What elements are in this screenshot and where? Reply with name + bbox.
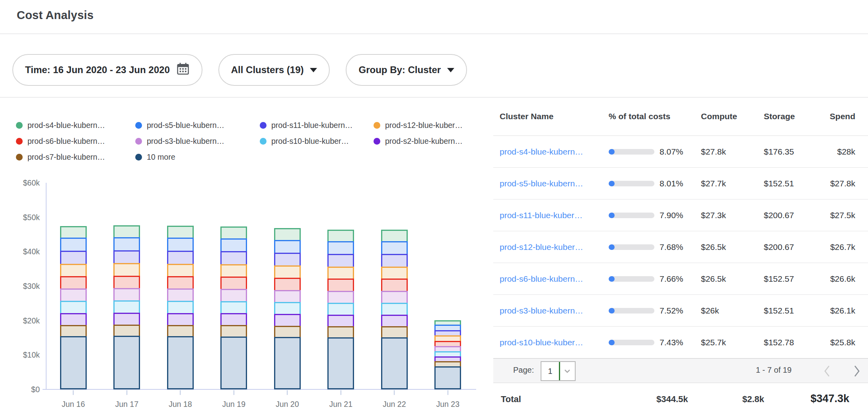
bar-segment[interactable] — [167, 251, 194, 265]
bar-segment[interactable] — [113, 237, 140, 252]
bar-segment[interactable] — [381, 230, 408, 242]
bar-segment[interactable] — [327, 279, 354, 292]
bar-segment[interactable] — [274, 253, 301, 267]
bar-segment[interactable] — [327, 241, 354, 255]
legend-item[interactable]: prod-s3-blue-kubern… — [135, 135, 260, 147]
stacked-bar[interactable] — [60, 226, 87, 390]
stacked-bar[interactable] — [381, 230, 408, 389]
bar-segment[interactable] — [113, 300, 140, 314]
bar-segment[interactable] — [220, 226, 247, 240]
stacked-bar[interactable] — [274, 228, 301, 389]
bar-segment[interactable] — [327, 267, 354, 280]
bar-segment[interactable] — [220, 251, 247, 265]
bar-segment[interactable] — [167, 336, 194, 389]
bar-segment[interactable] — [60, 313, 87, 326]
bar-segment[interactable] — [274, 314, 301, 327]
bar-segment[interactable] — [274, 337, 301, 389]
page-select[interactable]: 1 — [541, 361, 576, 381]
bar-segment[interactable] — [113, 325, 140, 337]
bar-segment[interactable] — [167, 226, 194, 239]
legend-item[interactable]: prod-s5-blue-kubern… — [135, 119, 260, 131]
bar-segment[interactable] — [220, 289, 247, 302]
legend-item[interactable]: prod-s7-blue-kubern… — [16, 151, 135, 163]
bar-segment[interactable] — [220, 264, 247, 278]
time-range-filter-button[interactable]: Time: 16 Jun 2020 - 23 Jun 2020 — [12, 54, 202, 86]
cluster-name-link[interactable]: prod-s3-blue-kubern… — [493, 306, 601, 315]
bar-segment[interactable] — [327, 326, 354, 339]
bar-segment[interactable] — [274, 265, 301, 279]
bar-segment[interactable] — [167, 264, 194, 277]
bar-segment[interactable] — [167, 313, 194, 326]
bar-segment[interactable] — [60, 336, 87, 389]
bar-segment[interactable] — [60, 276, 87, 290]
bar-segment[interactable] — [167, 276, 194, 290]
bar-segment[interactable] — [113, 225, 140, 238]
bar-segment[interactable] — [327, 315, 354, 327]
bar-segment[interactable] — [113, 263, 140, 277]
bar-segment[interactable] — [220, 277, 247, 290]
stacked-bar[interactable] — [434, 320, 461, 389]
bar-segment[interactable] — [60, 251, 87, 265]
bar-segment[interactable] — [60, 288, 87, 302]
legend-item[interactable]: prod-s11-blue-kubern… — [260, 119, 374, 131]
bar-segment[interactable] — [327, 254, 354, 268]
bar-segment[interactable] — [113, 250, 140, 265]
bar-segment[interactable] — [327, 303, 354, 316]
clusters-filter-dropdown[interactable]: All Clusters (19) — [218, 54, 330, 86]
bar-segment[interactable] — [220, 238, 247, 253]
bar-segment[interactable] — [274, 228, 301, 241]
cluster-name-link[interactable]: prod-s4-blue-kubern… — [493, 147, 601, 157]
bar-segment[interactable] — [220, 337, 247, 389]
bar-segment[interactable] — [60, 238, 87, 252]
bar-segment[interactable] — [60, 264, 87, 277]
bar-segment[interactable] — [327, 230, 354, 242]
bar-segment[interactable] — [220, 301, 247, 314]
bar-segment[interactable] — [381, 326, 408, 339]
bar-segment[interactable] — [381, 267, 408, 280]
bar-segment[interactable] — [167, 288, 194, 302]
bar-segment[interactable] — [167, 238, 194, 252]
legend-item[interactable]: prod-s2-blue-kubern… — [374, 135, 463, 147]
bar-segment[interactable] — [381, 291, 408, 304]
bar-segment[interactable] — [381, 241, 408, 255]
stacked-bar[interactable] — [327, 230, 354, 389]
bar-segment[interactable] — [381, 254, 408, 268]
bar-segment[interactable] — [113, 276, 140, 289]
bar-segment[interactable] — [274, 290, 301, 303]
bar-segment[interactable] — [113, 313, 140, 326]
bar-segment[interactable] — [434, 366, 461, 389]
bar-segment[interactable] — [220, 325, 247, 338]
bar-segment[interactable] — [274, 278, 301, 291]
bar-segment[interactable] — [60, 325, 87, 338]
legend-item[interactable]: prod-s10-blue-kuber… — [260, 135, 374, 147]
bar-segment[interactable] — [113, 288, 140, 302]
cluster-name-link[interactable]: prod-s10-blue-kuber… — [493, 338, 601, 347]
bar-segment[interactable] — [381, 279, 408, 292]
bar-segment[interactable] — [113, 336, 140, 389]
stacked-bar[interactable] — [167, 226, 194, 389]
bar-segment[interactable] — [60, 301, 87, 314]
group-by-dropdown[interactable]: Group By: Cluster — [346, 54, 467, 86]
cluster-name-link[interactable]: prod-s5-blue-kubern… — [493, 179, 601, 188]
cluster-name-link[interactable]: prod-s6-blue-kubern… — [493, 274, 601, 284]
legend-item[interactable]: prod-s12-blue-kuber… — [374, 119, 463, 131]
bar-segment[interactable] — [381, 315, 408, 327]
next-page-chevron-icon[interactable] — [852, 364, 862, 378]
bar-segment[interactable] — [381, 337, 408, 389]
bar-segment[interactable] — [274, 326, 301, 338]
cluster-name-link[interactable]: prod-s12-blue-kuber… — [493, 242, 601, 252]
previous-page-chevron-icon[interactable] — [822, 364, 832, 378]
stacked-bar[interactable] — [220, 226, 247, 389]
bar-segment[interactable] — [327, 291, 354, 304]
stacked-bar[interactable] — [113, 225, 140, 389]
legend-item[interactable]: 10 more — [135, 151, 260, 163]
bar-segment[interactable] — [381, 303, 408, 316]
bar-segment[interactable] — [60, 226, 87, 239]
bar-segment[interactable] — [274, 240, 301, 254]
bar-segment[interactable] — [167, 325, 194, 338]
bar-segment[interactable] — [220, 313, 247, 326]
cluster-name-link[interactable]: prod-s11-blue-kuber… — [493, 211, 601, 220]
legend-item[interactable]: prod-s4-blue-kubern… — [16, 119, 135, 131]
bar-segment[interactable] — [167, 301, 194, 314]
bar-segment[interactable] — [274, 302, 301, 315]
